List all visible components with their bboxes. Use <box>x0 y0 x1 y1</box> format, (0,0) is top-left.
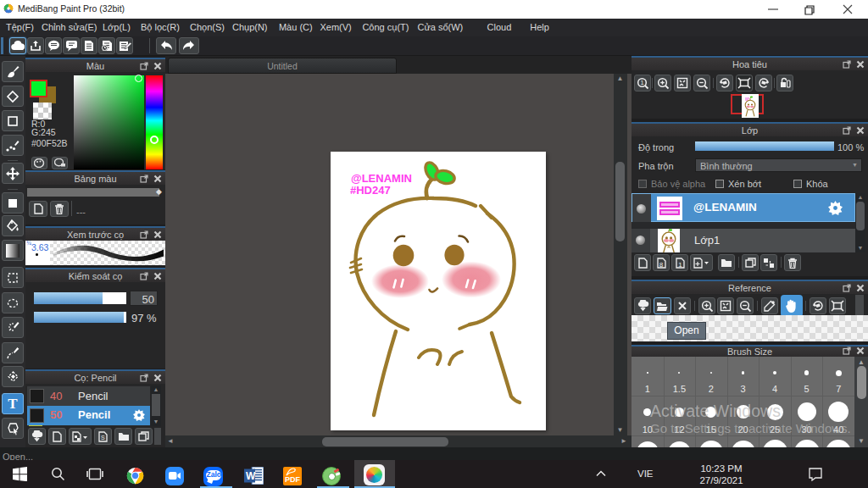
svg-text:1: 1 <box>640 79 643 86</box>
svg-text:8: 8 <box>659 260 663 268</box>
svg-text:W: W <box>246 470 256 482</box>
svg-text:#HD247: #HD247 <box>350 184 391 197</box>
svg-text:S: S <box>101 435 105 441</box>
svg-text:@LENAMIN: @LENAMIN <box>351 172 412 185</box>
svg-text:1: 1 <box>678 260 682 268</box>
